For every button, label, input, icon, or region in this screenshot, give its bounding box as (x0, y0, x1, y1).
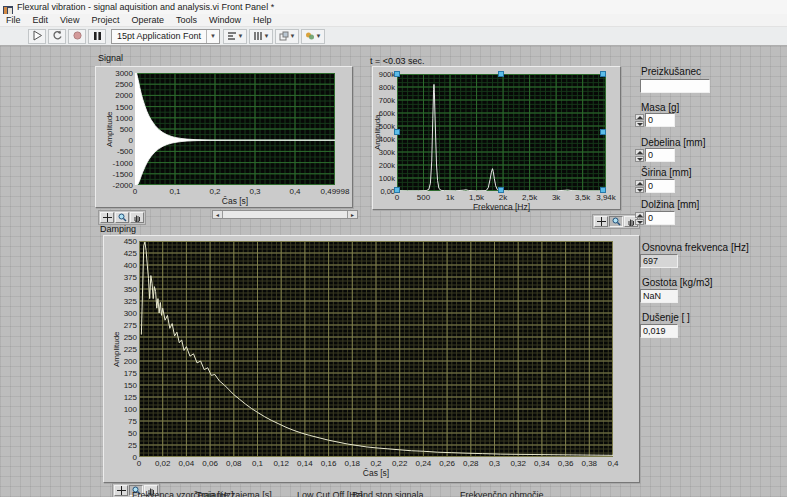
axis-tick: 400 (124, 261, 137, 270)
fft-plot-area[interactable] (397, 74, 606, 191)
gostota-indicator: NaN (640, 289, 678, 303)
scroll-left-icon[interactable]: ◄ (213, 211, 223, 218)
axis-tick: 375 (124, 273, 137, 282)
increment-button[interactable] (635, 212, 644, 218)
increment-button[interactable] (635, 114, 644, 120)
zoom-tool-button[interactable] (609, 216, 623, 227)
damping-x-axis-label: Čas [s] (139, 468, 613, 478)
increment-button[interactable] (635, 149, 644, 155)
masa-input[interactable] (645, 113, 675, 127)
axis-tick: 3,94k (589, 193, 623, 202)
abort-button[interactable] (68, 29, 86, 44)
menu-tools[interactable]: Tools (170, 15, 203, 25)
debelina-spinner (635, 149, 644, 162)
menu-view[interactable]: View (54, 15, 85, 25)
axis-tick: 0,2 (198, 187, 232, 196)
axis-tick: 75 (128, 417, 137, 426)
menu-edit[interactable]: Edit (27, 15, 55, 25)
axis-tick: 25 (128, 441, 137, 450)
signal-graph-palette (98, 210, 146, 225)
axis-tick: 200 (124, 357, 137, 366)
preizkusanec-input[interactable] (640, 79, 710, 93)
align-objects-icon (227, 31, 237, 42)
menu-operate[interactable]: Operate (125, 15, 170, 25)
align-objects-dropdown[interactable]: ▼ (223, 29, 247, 44)
selection-handle[interactable] (600, 129, 606, 135)
axis-tick: 0,4 (278, 187, 312, 196)
menu-file[interactable]: File (0, 15, 27, 25)
run-continuously-icon (52, 27, 63, 45)
increment-button[interactable] (635, 180, 644, 186)
debelina-input[interactable] (645, 148, 675, 162)
damping-plot-area[interactable] (139, 241, 613, 457)
axis-tick: 0,4 (596, 459, 630, 468)
font-selector[interactable]: 15pt Application Font ▼ (111, 29, 220, 44)
reorder-dropdown[interactable]: ▼ (301, 29, 325, 44)
pan-tool-button[interactable] (130, 212, 144, 223)
signal-y-axis-label: Amplitude (105, 73, 114, 185)
crosshair-tool-button[interactable] (594, 216, 608, 227)
zoom-tool-button[interactable] (115, 212, 129, 223)
axis-tick: 450 (124, 237, 137, 246)
decrement-button[interactable] (635, 121, 644, 127)
masa-spinner (635, 114, 644, 127)
run-button[interactable] (28, 29, 46, 44)
scrollbar-thumb[interactable] (223, 211, 347, 218)
selection-handle[interactable] (394, 187, 400, 193)
selection-handle[interactable] (498, 187, 504, 193)
axis-tick: 175 (124, 369, 137, 378)
axis-tick: 2000 (115, 91, 133, 100)
run-continuously-button[interactable] (48, 29, 66, 44)
decrement-button[interactable] (635, 156, 644, 162)
abort-icon (72, 27, 83, 45)
osnovna-frekvenca-indicator: 697 (640, 254, 678, 268)
scroll-right-icon[interactable]: ► (347, 211, 357, 218)
fft-graph-label: t = <0.03 sec. (370, 56, 425, 66)
decrement-button[interactable] (635, 187, 644, 193)
gostota-label: Gostota [kg/m3] (642, 277, 713, 288)
dolzina-label: Dolžina [mm] (641, 199, 699, 210)
pause-button[interactable] (88, 29, 106, 44)
damping-graph[interactable]: 4504254003753503253002752502252001751501… (103, 235, 640, 483)
window-title: Flexural vibration - signal aquisition a… (17, 2, 274, 12)
axis-tick: 150 (124, 381, 137, 390)
signal-plot-area[interactable] (135, 73, 335, 185)
chevron-down-icon[interactable]: ▼ (206, 30, 219, 43)
selection-handle[interactable] (600, 187, 606, 193)
title-bar: Flexural vibration - signal aquisition a… (0, 0, 787, 14)
damping-graph-label: Damping (100, 224, 136, 234)
resize-objects-dropdown[interactable]: ▼ (275, 29, 299, 44)
axis-tick: 500 (120, 125, 133, 134)
selection-handle[interactable] (498, 71, 504, 77)
dolzina-input[interactable] (645, 211, 675, 225)
clipped-bottom-labels: Frekvenca vzorčenja [Hz]Trajanje zajema … (0, 490, 787, 497)
signal-graph-label: Signal (98, 53, 123, 63)
axis-tick: 225 (124, 345, 137, 354)
selection-handle[interactable] (600, 71, 606, 77)
axis-tick: 0 (129, 136, 133, 145)
signal-x-scrollbar[interactable]: ◄ ► (212, 210, 358, 219)
axis-tick: 300 (124, 309, 137, 318)
fft-graph-palette (592, 214, 640, 229)
clipped-label: Frekvenčno območje (460, 490, 544, 497)
selection-handle[interactable] (394, 129, 400, 135)
signal-graph[interactable]: 300025002000150010005000-500-1000-1500-2… (95, 66, 353, 208)
menu-bar: File Edit View Project Operate Tools Win… (0, 14, 787, 27)
chevron-down-icon: ▼ (264, 33, 270, 39)
menu-project[interactable]: Project (85, 15, 125, 25)
crosshair-tool-button[interactable] (100, 212, 114, 223)
tool-bar: 15pt Application Font ▼ ▼ ▼ ▼ ▼ (0, 27, 787, 46)
fft-graph[interactable]: 900k800k700k600k500k400k300k200k100k0,00… (372, 66, 621, 210)
axis-tick: 0,49998 (318, 187, 352, 196)
decrement-button[interactable] (635, 219, 644, 225)
selection-handle[interactable] (394, 71, 400, 77)
menu-window[interactable]: Window (203, 15, 247, 25)
osnovna-frekvenca-label: Osnovna frekvenca [Hz] (642, 242, 749, 253)
axis-tick: 50 (128, 429, 137, 438)
distribute-objects-dropdown[interactable]: ▼ (249, 29, 273, 44)
sirina-input[interactable] (645, 179, 675, 193)
axis-tick: 0,1 (158, 187, 192, 196)
front-panel: Signal 300025002000150010005000-500-1000… (0, 46, 787, 497)
axis-tick: 1500 (115, 103, 133, 112)
menu-help[interactable]: Help (247, 15, 278, 25)
